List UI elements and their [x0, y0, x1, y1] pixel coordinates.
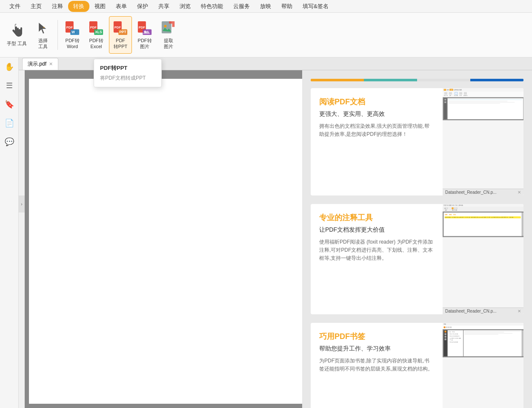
- select-tool-label: 选择工具: [38, 37, 48, 50]
- feature-read-title: 阅读PDF文档: [319, 97, 434, 107]
- color-bar-gray: [417, 79, 470, 81]
- menu-help[interactable]: 帮助: [276, 1, 297, 12]
- pdf-page-display: [29, 79, 306, 404]
- sidebar-collapse-handle[interactable]: ›: [19, 195, 25, 213]
- mini-file-menu: 文件: [447, 89, 449, 91]
- tab-filename: 演示.pdf: [28, 60, 46, 68]
- mini2-highlight: 高亮▼ 高亮: [452, 210, 458, 211]
- sidebar-hand-icon[interactable]: ✋: [3, 61, 15, 73]
- pdf-to-ppt-button[interactable]: PDF PPT PDF转PPT: [109, 16, 132, 54]
- svg-text:PDF: PDF: [90, 26, 97, 29]
- mini-annotate-menu: 注释: [454, 89, 456, 91]
- feature-bookmark-subtitle: 帮助您提升工作、学习效率: [319, 345, 434, 353]
- select-icon: [35, 20, 51, 36]
- pdf-image-icon: PDF: [137, 20, 152, 36]
- hand-tool-button[interactable]: 手型 工具: [3, 16, 30, 54]
- menu-cloud[interactable]: 云服务: [228, 1, 255, 12]
- menu-share[interactable]: 共享: [153, 1, 174, 12]
- mini-hand: 手型工具: [444, 95, 448, 96]
- pdf-excel-label: PDF转Excel: [89, 37, 103, 50]
- mini2-file: 文件: [452, 204, 454, 206]
- mini-rotate: 旋转视图: [463, 95, 468, 96]
- pdf-ppt-icon: PDF PPT: [113, 20, 128, 36]
- menu-bar: 文件 主页 注释 转换 视图 表单 保护 共享 浏览 特色功能 云服务 放映 帮…: [0, 0, 532, 13]
- mini-layout: 适合整面: [454, 95, 458, 96]
- feature-annotate-subtitle: 让PDF文档发挥更大价值: [319, 226, 434, 234]
- tab-close-button[interactable]: ✕: [49, 61, 53, 67]
- feature-read-desc: 拥有出色的文档渲染效果,强大的页面管理功能,帮助提升效率,是您阅读PDF的理想选…: [319, 122, 434, 138]
- feature-bookmark-title: 巧用PDF书签: [319, 331, 434, 342]
- pdf-to-excel-button[interactable]: PDF XLS PDF转Excel: [85, 16, 107, 54]
- tooltip-description: 将PDF文档转成PPT: [94, 75, 161, 83]
- sidebar-comment-icon[interactable]: 💬: [3, 136, 15, 148]
- preview1-close[interactable]: ✕: [518, 190, 521, 195]
- color-bar-orange: [311, 79, 364, 81]
- svg-text:PPT: PPT: [119, 30, 126, 34]
- pdf-image-label: PDF转图片: [138, 37, 152, 50]
- menu-convert[interactable]: 转换: [68, 1, 89, 12]
- svg-text:W: W: [72, 30, 75, 34]
- pdf-word-label: PDF转Word: [66, 37, 80, 50]
- pdf-to-image-button[interactable]: PDF PDF转图片: [134, 16, 156, 54]
- tab-demo-pdf[interactable]: 演示.pdf ✕: [22, 58, 58, 70]
- menu-annotate[interactable]: 注释: [47, 1, 68, 12]
- mini-convert-menu: 转换: [456, 89, 458, 91]
- sidebar-page-icon[interactable]: 📄: [3, 117, 15, 129]
- feature-annotate-text: 专业的注释工具 让PDF文档发挥更大价值 使用福昕PDF阅读器 (foxit r…: [311, 204, 443, 314]
- menu-present[interactable]: 放映: [255, 1, 276, 12]
- menu-features[interactable]: 特色功能: [196, 1, 228, 12]
- right-feature-panel: 阅读PDF文档 更强大、更实用、更高效 拥有出色的文档渲染效果,强大的页面管理功…: [302, 70, 532, 408]
- bookmark-item-5: 第五章 休假制度: [451, 341, 458, 343]
- feature-bookmark-desc: 为PDF页面添加书签,除了实现内容的快速导航,书签还能指明不同书签的层级关系,展…: [319, 357, 434, 373]
- pdf-word-icon: PDF W W: [65, 20, 80, 36]
- pdf-excel-icon: PDF XLS: [89, 20, 104, 36]
- feature-bookmark-preview: 书签 🔖 A A- A+: [443, 323, 523, 408]
- pdf-to-word-button[interactable]: PDF W W PDF转Word: [61, 16, 83, 54]
- main-content-area: 阅读PDF文档 更强大、更实用、更高效 拥有出色的文档渲染效果,强大的页面管理功…: [25, 70, 532, 408]
- mini2-view: 视图: [449, 204, 451, 206]
- mini3-file: 书签: [443, 323, 446, 325]
- pdf-ppt-label: PDF转PPT: [114, 37, 127, 50]
- toolbar: 手型 工具 选择工具 PDF W W PDF转Word: [0, 13, 532, 57]
- menu-protect[interactable]: 保护: [132, 1, 153, 12]
- mini2-annot: 批注: [445, 210, 447, 211]
- extract-image-button[interactable]: 提取图片: [157, 16, 180, 54]
- color-bar-blue: [470, 79, 523, 81]
- menu-home[interactable]: 主页: [26, 1, 47, 12]
- preview2-filename: Datasheet_Reader_CN.p...: [445, 309, 497, 313]
- color-bar-teal: [364, 79, 417, 81]
- menu-browse[interactable]: 浏览: [174, 1, 196, 12]
- feature-annotate-preview: 手型工具 视图 文件 工具 文件转换 T▼ 批注: [443, 204, 523, 314]
- sidebar-menu-icon[interactable]: ☰: [3, 80, 15, 92]
- feature-card-bookmarks: 巧用PDF书签 帮助您提升工作、学习效率 为PDF页面添加书签,除了实现内容的快…: [311, 323, 523, 408]
- tooltip-title: PDF转PPT: [94, 63, 161, 75]
- hand-tool-label: 手型 工具: [7, 40, 27, 46]
- menu-forms[interactable]: 表单: [111, 1, 132, 12]
- feature-read-text: 阅读PDF文档 更强大、更实用、更高效 拥有出色的文档渲染效果,强大的页面管理功…: [311, 88, 443, 195]
- svg-text:XLS: XLS: [95, 30, 102, 34]
- menu-file[interactable]: 文件: [4, 1, 26, 12]
- feature-annotate-desc: 使用福昕PDF阅读器 (foxit reader) 为PDF文件添加注释,可对P…: [319, 238, 434, 263]
- menu-view[interactable]: 视图: [89, 1, 111, 12]
- mini-view-menu: 视图: [459, 89, 461, 91]
- feature-read-subtitle: 更强大、更实用、更高效: [319, 110, 434, 118]
- mini2-highlight-text: 福昕阅读器是一款功能强大的PDF阅读软件，具有与众多. 福昕阅读器无需Micro…: [445, 216, 521, 218]
- menu-sign[interactable]: 填写&签名: [297, 1, 334, 12]
- sidebar-bookmark-icon[interactable]: 🔖: [3, 98, 15, 110]
- feature-annotate-title: 专业的注释工具: [319, 213, 434, 223]
- hand-icon: [9, 23, 25, 39]
- mini-home-tab: 主页: [449, 89, 453, 91]
- preview1-filename: Datasheet_Reader_CN.p...: [445, 190, 497, 195]
- mini-logo: G: [444, 89, 446, 91]
- svg-text:PDF: PDF: [114, 26, 121, 29]
- mini2-convert: 文件转换: [458, 204, 463, 206]
- feature-card-annotate: 专业的注释工具 让PDF文档发挥更大价值 使用福昕PDF阅读器 (foxit r…: [311, 204, 523, 314]
- select-tool-button[interactable]: 选择工具: [32, 16, 54, 54]
- mini2-tools: 工具: [455, 204, 457, 206]
- bookmark-item-3: 第三章 试用期管理: [451, 335, 459, 337]
- mini-select: 选择: [449, 95, 452, 96]
- extract-label: 提取图片: [164, 37, 173, 50]
- feature-bookmark-text: 巧用PDF书签 帮助您提升工作、学习效率 为PDF页面添加书签,除了实现内容的快…: [311, 323, 443, 408]
- tooltip-popup: PDF转PPT 将PDF文档转成PPT: [94, 59, 162, 87]
- preview2-close[interactable]: ✕: [518, 309, 521, 313]
